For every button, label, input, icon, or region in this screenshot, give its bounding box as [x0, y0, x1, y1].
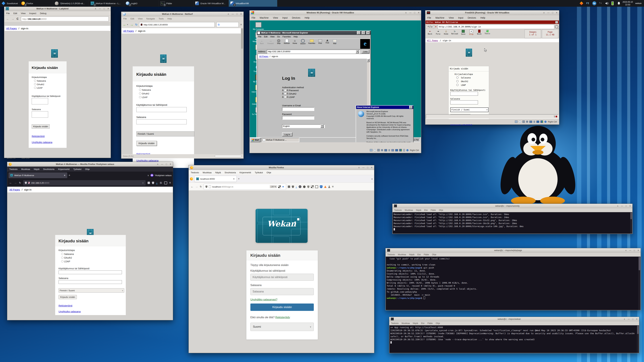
clear-url-icon[interactable]: ✖	[435, 25, 437, 28]
ie-print-button[interactable]: Print	[316, 39, 324, 49]
radio-salasana[interactable]: Salasana	[139, 89, 190, 91]
dillo-home-button[interactable]: ⌂Home	[442, 29, 450, 38]
menu-etsi[interactable]: Etsi	[421, 322, 424, 325]
bookmark-star-icon[interactable]: ★	[282, 185, 284, 188]
menu-muokkaa[interactable]: Muokkaa	[21, 168, 30, 170]
url-bar[interactable]: localhost:4000/sign-in 130 % ★	[204, 184, 286, 190]
close-icon[interactable]: ✕	[638, 249, 639, 252]
menu-ohje[interactable]: Ohje	[85, 168, 90, 170]
shield-icon[interactable]	[206, 186, 208, 188]
minimize-icon[interactable]: —	[232, 13, 234, 15]
menu-edit[interactable]: Edit	[264, 35, 268, 38]
maximize-icon[interactable]: □	[414, 11, 415, 14]
menu-muokkaa[interactable]: Muokkaa	[405, 209, 413, 211]
menu-tiedosto[interactable]: Tiedosto	[394, 209, 402, 211]
bookmark-star-icon[interactable]: ☆	[142, 182, 144, 184]
close-icon[interactable]: ✕	[556, 11, 558, 14]
menu-help[interactable]: Help	[480, 16, 485, 19]
url-bar[interactable]: http://192.168.0.20:8000/	[21, 16, 109, 21]
applications-menu[interactable]: Sovellukset	[0, 0, 20, 7]
signin-button[interactable]: Kirjaudu sisään	[250, 304, 314, 311]
ie-font-button[interactable]: AFont	[324, 39, 331, 49]
back-icon[interactable]: ←	[191, 185, 194, 188]
language-select[interactable]: Suomi ∨	[250, 323, 314, 331]
address-dropdown-icon[interactable]: ▼	[356, 50, 359, 53]
username-input[interactable]	[282, 107, 314, 111]
select-dropdown-icon[interactable]: ▼	[320, 124, 324, 128]
menu-sivuhistoria[interactable]: Sivuhistoria	[43, 168, 54, 170]
menu-view[interactable]: View	[138, 17, 142, 20]
minimize-icon[interactable]: —	[629, 249, 631, 252]
menu-muokkaa[interactable]: Muokkaa	[402, 322, 410, 325]
password-input[interactable]	[250, 288, 314, 295]
menu-help[interactable]: Help	[294, 35, 298, 38]
dillo-save-button[interactable]: Save	[459, 29, 467, 38]
reader-squares-icon[interactable]	[278, 186, 280, 188]
radio-oauth2[interactable]: OAuth2	[456, 80, 487, 83]
maximize-icon[interactable]: □	[367, 166, 368, 169]
terminal-titlebar[interactable]: >_ wekan@z: ~/repos/wekan ∧—□✕	[389, 317, 639, 321]
close-icon[interactable]: ✕	[636, 318, 638, 320]
radio-ldap[interactable]: Â Â LDAP	[282, 96, 298, 98]
language-select[interactable]: Finnish / Suomi	[136, 131, 194, 136]
start-button[interactable]: Start	[250, 138, 260, 142]
menu-ohje[interactable]: Ohje	[266, 171, 271, 174]
menu-devices[interactable]: Devices	[292, 16, 300, 19]
shield-icon[interactable]	[25, 182, 27, 184]
back-icon[interactable]: ←	[9, 181, 12, 185]
library-icon[interactable]	[164, 182, 167, 184]
radio-oauth2[interactable]: OAuth2	[34, 83, 64, 86]
menu-kirjanmerkit[interactable]: Kirjanmerkit	[58, 168, 70, 170]
register-link[interactable]: Rekisteröidy	[276, 316, 290, 319]
url-bar[interactable]: 192.168.0.20:8000 ☆	[23, 180, 146, 186]
menu-paate[interactable]: Pääte	[424, 253, 429, 256]
uo-shield-icon[interactable]	[307, 186, 310, 188]
minimize-roll-icon[interactable]: ∧	[228, 13, 229, 15]
menu-etsi[interactable]: Etsi	[418, 253, 421, 256]
search-icon[interactable]	[555, 25, 558, 28]
taskbar-item-nsgtk3[interactable]: nsgtk3 2	[124, 0, 159, 7]
radio-salasana[interactable]: Salasana	[61, 253, 122, 255]
new-tab-icon[interactable]: +	[238, 177, 240, 180]
hamburger-menu-icon[interactable]: ≡	[169, 181, 171, 185]
menu-tiedosto[interactable]: Tiedosto	[191, 171, 199, 174]
radio-icon[interactable]	[139, 89, 141, 91]
minimize-icon[interactable]: —	[99, 7, 101, 10]
breadcrumb-all-pages-link[interactable]: All Pages	[10, 188, 20, 191]
reload-icon[interactable]: C	[16, 17, 18, 20]
radio-icon[interactable]	[284, 92, 286, 95]
menu-help[interactable]: Help	[305, 16, 310, 19]
minimize-roll-icon[interactable]: ∧	[405, 11, 407, 14]
url-bar[interactable]: http://192.168.0.20:8000/sign-in	[438, 25, 554, 29]
password-input[interactable]	[136, 119, 187, 124]
taskbar-item-virtualbox-manager[interactable]: Oracle VM VirtualBox M...	[193, 0, 228, 7]
terminal-output[interactable]: ResourceLoader: Finished load of: "http:…	[392, 212, 630, 234]
extension-icon[interactable]	[288, 186, 290, 188]
menu-input[interactable]: Input	[458, 16, 464, 19]
menu-file[interactable]: File	[6, 12, 10, 14]
firefox-titlebar[interactable]: WeKan ® Multiverse — Mozilla Firefox Yks…	[7, 162, 173, 167]
tab-close-icon[interactable]: ✕	[233, 178, 235, 180]
menu-input[interactable]: Input	[282, 16, 288, 19]
dillo-stop-button[interactable]: ×Stop	[468, 29, 475, 38]
taskbar-item-gimp[interactable]: *[Nimetön]-1.0 (RGB-vä...	[53, 0, 89, 7]
menu-file[interactable]: File	[427, 16, 431, 19]
tab-localhost[interactable]: localhost:4000/ ✕	[194, 176, 237, 182]
menu-view[interactable]: View	[448, 16, 454, 19]
radio-icon[interactable]	[34, 80, 36, 82]
menu-tiedosto[interactable]: Tiedosto	[391, 322, 399, 325]
taskbar-item-wekan-ladybird[interactable]: WeKan ® Multiverse - L... 2	[89, 0, 124, 7]
username-input[interactable]	[32, 98, 48, 104]
minimize-roll-icon[interactable]: ∧	[624, 318, 625, 320]
dillo-bookmarks-button[interactable]: Book	[476, 29, 483, 38]
links-button[interactable]: Links	[362, 50, 369, 53]
menu-inspect[interactable]: Inspect	[29, 12, 36, 14]
file-menu-button[interactable]: File	[426, 25, 434, 29]
close-icon[interactable]: ✕	[629, 205, 631, 207]
radio-icon[interactable]	[456, 76, 458, 79]
vbox-titlebar[interactable]: Windows 95 [Running] - Oracle VM Virtual…	[250, 10, 421, 15]
menu-view[interactable]: View	[270, 35, 274, 38]
clock[interactable]: 2023-05-10 22:53	[622, 1, 633, 6]
tab-wekan[interactable]: WeKan ® Multiverse ✕	[8, 172, 67, 178]
radio-salasana[interactable]: Salasana	[456, 76, 487, 79]
